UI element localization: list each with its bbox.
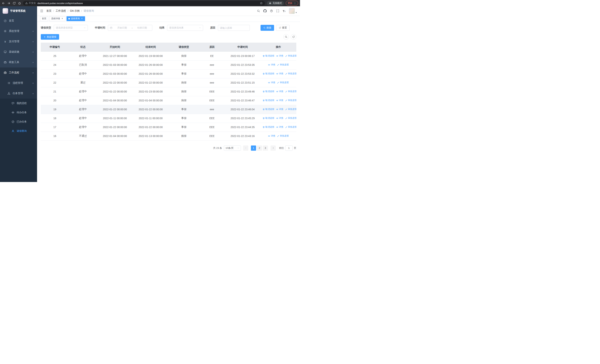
breadcrumb-item[interactable]: 工作流程 (56, 9, 66, 13)
breadcrumb-item[interactable]: 首页 (46, 9, 52, 13)
progress-link[interactable]: 审批进度 (285, 90, 296, 93)
sidebar-item-dev-tools[interactable]: 研发工具∨ (0, 57, 37, 67)
cancel-link[interactable]: 取消请假 (262, 99, 274, 102)
page-button-1[interactable]: 1 (251, 146, 256, 151)
sidebar-collapse-icon[interactable] (40, 9, 43, 13)
trash-icon (262, 99, 265, 102)
user-avatar (289, 8, 295, 14)
sidebar-item-infrastructure[interactable]: 基础设施∨ (0, 47, 37, 57)
home-icon[interactable] (18, 2, 21, 5)
fullscreen-icon[interactable] (276, 9, 279, 12)
reason-input[interactable] (220, 27, 248, 29)
progress-link[interactable]: 审批进度 (277, 81, 289, 84)
cancel-link[interactable]: 取消请假 (262, 108, 274, 111)
sidebar-item-leave-query[interactable]: 请假查询 (0, 126, 37, 136)
refresh-table-button[interactable] (291, 34, 296, 40)
sidebar-item-done-tasks[interactable]: 已办任务 (0, 117, 37, 126)
address-bar[interactable]: 不安全 dashboard.yudao.iocoder.cn/bpm/oa/le… (23, 1, 265, 6)
search-icon[interactable] (257, 9, 260, 12)
sidebar-item-home[interactable]: 首页 (0, 16, 37, 26)
column-header-type: 请假类型 (169, 43, 199, 52)
tab-process-detail[interactable]: 流程详情× (49, 16, 66, 21)
progress-link[interactable]: 审批进度 (285, 99, 296, 102)
bookmark-star-icon[interactable] (260, 2, 263, 5)
page-button-3[interactable]: 3 (263, 146, 268, 151)
apply-time-range-picker[interactable]: 开始日期 - 结束日期 (108, 25, 152, 31)
close-icon[interactable]: × (81, 18, 83, 20)
page-button-2[interactable]: 2 (257, 146, 262, 151)
progress-link[interactable]: 审批进度 (277, 134, 289, 138)
sidebar-item-system[interactable]: 系统管理∨ (0, 26, 37, 36)
progress-link[interactable]: 审批进度 (285, 108, 296, 111)
trash-icon (262, 73, 265, 75)
progress-link[interactable]: 审批进度 (285, 125, 296, 129)
help-icon[interactable] (270, 9, 273, 12)
reload-icon[interactable] (13, 2, 16, 5)
chevron-down-icon (237, 147, 239, 149)
back-icon[interactable] (2, 2, 5, 5)
leave-type-placeholder: 请选择请假类型 (56, 26, 73, 29)
goto-page-input[interactable] (285, 146, 293, 151)
gear-icon (4, 30, 7, 33)
kebab-menu-icon: ⋮ (294, 2, 296, 4)
cell-id: 23 (41, 69, 69, 78)
progress-link[interactable]: 审批进度 (277, 63, 289, 66)
github-icon[interactable] (263, 9, 267, 13)
sidebar-menu: 首页系统管理∨¥支付管理∨基础设施∨研发工具∨工作流程∧流程管理∨任务管理∧我的… (0, 16, 37, 136)
sidebar-item-todo-tasks[interactable]: 待办任务 (0, 108, 37, 117)
sidebar-item-my-process[interactable]: 我的流程 (0, 99, 37, 108)
tab-label: 请假查询 (71, 17, 80, 20)
breadcrumb-item[interactable]: OA 示例 (70, 9, 79, 13)
cancel-link[interactable]: 取消请假 (262, 117, 274, 120)
app-title: 芋道管理系统 (10, 9, 26, 13)
tab-label: 流程详情 (51, 17, 60, 20)
tab-home[interactable]: 首页 (40, 16, 48, 21)
chevron-up-icon: ∧ (32, 72, 34, 74)
eye-icon (11, 111, 14, 114)
font-size-icon[interactable]: TT (282, 9, 286, 12)
cancel-link[interactable]: 取消请假 (262, 125, 274, 129)
detail-link[interactable]: 详情 (268, 63, 275, 66)
next-page-button[interactable] (271, 146, 276, 151)
detail-link[interactable]: 详情 (276, 90, 283, 93)
progress-link[interactable]: 审批进度 (285, 54, 296, 57)
page-size-select[interactable]: 10条/页 (224, 146, 241, 151)
sidebar-item-payment[interactable]: ¥支付管理∨ (0, 36, 37, 47)
detail-link[interactable]: 详情 (276, 125, 283, 129)
progress-link[interactable]: 审批进度 (285, 72, 296, 75)
browser-menu-button[interactable]: 更新 ⋮ (286, 1, 298, 6)
detail-link[interactable]: 详情 (268, 81, 275, 84)
prev-page-button[interactable] (243, 146, 248, 151)
detail-link[interactable]: 详情 (268, 134, 275, 138)
search-button[interactable]: 搜索 (261, 25, 274, 31)
cancel-link[interactable]: 取消请假 (262, 54, 274, 57)
sidebar-item-task-management[interactable]: 任务管理∧ (0, 88, 37, 99)
cell-applied: 2022-01-22 23:46:47 (225, 96, 261, 105)
security-status[interactable]: 不安全 (25, 1, 36, 5)
sidebar-item-workflow[interactable]: 工作流程∧ (0, 67, 37, 78)
detail-link[interactable]: 详情 (276, 72, 283, 75)
cell-type: 病假 (169, 87, 199, 96)
reset-button[interactable]: 重置 (276, 25, 290, 31)
tab-leave-query[interactable]: 请假查询× (66, 16, 85, 21)
result-select[interactable]: 请选择流结果 (167, 25, 203, 31)
cell-applied: 2022-01-22 23:51:15 (225, 78, 261, 87)
detail-link[interactable]: 详情 (276, 54, 283, 57)
user-icon (11, 130, 14, 132)
detail-link[interactable]: 详情 (276, 108, 283, 111)
trash-icon (262, 126, 265, 128)
user-menu[interactable]: ▼ (289, 8, 297, 14)
detail-link[interactable]: 详情 (276, 99, 283, 102)
create-leave-button[interactable]: 发起请假 (41, 34, 59, 40)
toggle-search-button[interactable] (283, 34, 289, 40)
detail-link[interactable]: 详情 (276, 117, 283, 120)
cancel-link[interactable]: 取消请假 (262, 90, 274, 93)
leave-type-select[interactable]: 请选择请假类型 (54, 25, 88, 31)
close-icon[interactable]: × (61, 18, 64, 20)
app-logo-row[interactable]: 芋道管理系统 (0, 6, 37, 16)
forward-icon[interactable] (7, 2, 10, 5)
eye-icon (276, 126, 278, 128)
cancel-link[interactable]: 取消请假 (262, 72, 274, 75)
sidebar-item-process-management[interactable]: 流程管理∨ (0, 78, 37, 88)
progress-link[interactable]: 审批进度 (285, 117, 296, 120)
